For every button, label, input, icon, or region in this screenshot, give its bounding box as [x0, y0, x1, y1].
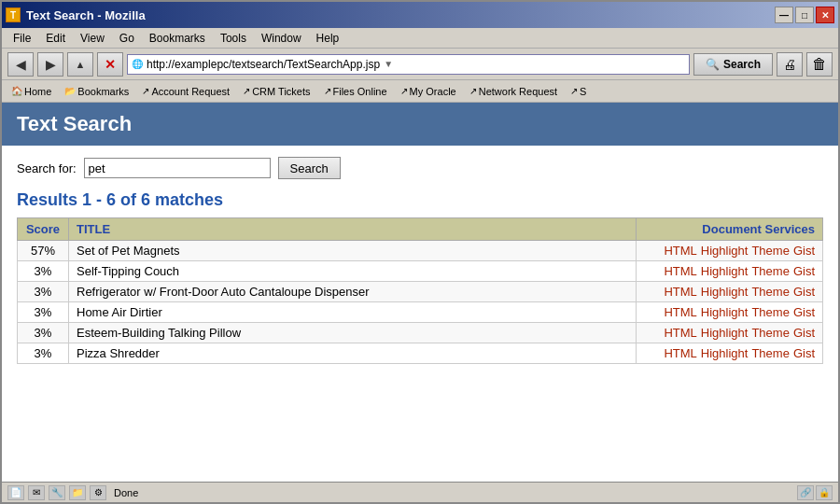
results-table: Score TITLE Document Services 57%Set of … — [17, 217, 823, 364]
minimize-button[interactable]: — — [775, 7, 793, 23]
doc-service-link-html[interactable]: HTML — [664, 244, 696, 258]
doc-service-link-theme[interactable]: Theme — [751, 285, 789, 299]
url-field[interactable]: 🌐 http://examplepc/textsearch/TextSearch… — [127, 54, 690, 75]
doc-service-link-gist[interactable]: Gist — [793, 346, 815, 360]
bm-files-online[interactable]: ↗ Files Online — [318, 84, 393, 99]
table-row: 3%Pizza ShredderHTMLHighlightThemeGist — [18, 343, 823, 364]
score-cell: 3% — [18, 302, 69, 323]
title-cell: Self-Tipping Couch — [69, 261, 637, 282]
doc-service-link-highlight[interactable]: Highlight — [701, 244, 749, 258]
oracle-icon: ↗ — [400, 86, 408, 96]
doc-service-link-gist[interactable]: Gist — [793, 285, 815, 299]
menu-help[interactable]: Help — [309, 30, 347, 47]
menu-window[interactable]: Window — [254, 30, 309, 47]
doc-service-link-gist[interactable]: Gist — [793, 264, 815, 278]
results-section: Results 1 - 6 of 6 matches Score TITLE D… — [2, 190, 838, 482]
browser-search-label: Search — [723, 58, 761, 71]
results-count: Results 1 - 6 of 6 matches — [17, 190, 823, 210]
bm-network-request[interactable]: ↗ Network Request — [464, 84, 563, 99]
app-header: Text Search — [2, 103, 838, 146]
doc-service-link-highlight[interactable]: Highlight — [701, 264, 749, 278]
status-icon-4: 📁 — [69, 485, 86, 500]
up-button[interactable]: ▲ — [67, 52, 93, 77]
back-button[interactable]: ◀ — [7, 52, 34, 77]
status-icon-3: 🔧 — [49, 485, 65, 500]
title-cell: Home Air Dirtier — [69, 302, 637, 323]
bm-home[interactable]: 🏠 Home — [6, 84, 57, 99]
title-cell: Set of Pet Magnets — [69, 241, 637, 261]
menu-file[interactable]: File — [6, 30, 38, 47]
doc-service-link-html[interactable]: HTML — [664, 285, 696, 299]
doc-service-link-theme[interactable]: Theme — [751, 244, 789, 258]
bm-bookmarks[interactable]: 📂 Bookmarks — [59, 84, 134, 99]
bm-my-oracle[interactable]: ↗ My Oracle — [395, 84, 462, 99]
files-icon: ↗ — [324, 86, 331, 96]
search-icon: 🔍 — [706, 58, 720, 71]
bm-more[interactable]: ↗ S — [565, 84, 592, 99]
bookmarks-bar: 🏠 Home 📂 Bookmarks ↗ Account Request ↗ C… — [2, 80, 838, 103]
doc-service-link-theme[interactable]: Theme — [751, 305, 789, 319]
content-area: Text Search Search for: Search Results 1… — [2, 103, 838, 482]
col-header-services: Document Services — [637, 218, 823, 241]
doc-service-link-theme[interactable]: Theme — [751, 326, 789, 340]
title-cell: Pizza Shredder — [69, 343, 637, 364]
services-cell: HTMLHighlightThemeGist — [637, 302, 823, 323]
url-dropdown-icon[interactable]: ▼ — [384, 59, 393, 69]
menu-tools[interactable]: Tools — [213, 30, 254, 47]
doc-service-link-highlight[interactable]: Highlight — [701, 346, 749, 360]
table-row: 3%Home Air DirtierHTMLHighlightThemeGist — [18, 302, 823, 323]
doc-service-link-theme[interactable]: Theme — [751, 346, 789, 360]
score-cell: 3% — [18, 282, 69, 302]
network-icon: ↗ — [469, 86, 477, 96]
window-frame: T Text Search - Mozilla — □ ✕ File Edit … — [0, 0, 840, 504]
services-cell: HTMLHighlightThemeGist — [637, 282, 823, 302]
score-cell: 3% — [18, 261, 69, 282]
menu-bookmarks[interactable]: Bookmarks — [142, 30, 213, 47]
doc-service-link-highlight[interactable]: Highlight — [701, 305, 749, 319]
doc-service-link-html[interactable]: HTML — [664, 305, 696, 319]
bm-crm-tickets[interactable]: ↗ CRM Tickets — [237, 84, 315, 99]
status-icon-5: ⚙ — [90, 485, 106, 500]
services-cell: HTMLHighlightThemeGist — [637, 343, 823, 364]
bookmarks-icon: 📂 — [64, 86, 76, 96]
score-cell: 57% — [18, 241, 69, 261]
doc-service-link-highlight[interactable]: Highlight — [701, 326, 749, 340]
services-cell: HTMLHighlightThemeGist — [637, 261, 823, 282]
search-for-label: Search for: — [17, 161, 77, 175]
menu-bar: File Edit View Go Bookmarks Tools Window… — [2, 28, 838, 49]
title-cell: Refrigerator w/ Front-Door Auto Cantalou… — [69, 282, 637, 302]
stop-button[interactable]: ✕ — [97, 52, 123, 77]
doc-service-link-html[interactable]: HTML — [664, 264, 696, 278]
search-button[interactable]: Search — [278, 157, 341, 179]
doc-service-link-gist[interactable]: Gist — [793, 326, 815, 340]
network-status-icon: 🔗 — [797, 485, 814, 500]
col-header-title: TITLE — [69, 218, 637, 241]
forward-button[interactable]: ▶ — [37, 52, 63, 77]
doc-service-link-html[interactable]: HTML — [664, 346, 696, 360]
doc-service-link-gist[interactable]: Gist — [793, 244, 815, 258]
security-icon: 🔒 — [816, 485, 833, 500]
window-controls: — □ ✕ — [775, 7, 834, 23]
doc-service-link-gist[interactable]: Gist — [793, 305, 815, 319]
close-button[interactable]: ✕ — [816, 7, 834, 23]
more-icon: ↗ — [570, 86, 578, 96]
col-header-score: Score — [18, 218, 69, 241]
search-input[interactable] — [84, 158, 271, 178]
acct-icon: ↗ — [142, 86, 149, 96]
status-icon-1: 📄 — [7, 485, 24, 500]
bm-account-request[interactable]: ↗ Account Request — [136, 84, 235, 99]
doc-service-link-theme[interactable]: Theme — [751, 264, 789, 278]
maximize-button[interactable]: □ — [795, 7, 814, 23]
print-button[interactable]: 🖨 — [777, 52, 803, 77]
doc-service-link-highlight[interactable]: Highlight — [701, 285, 749, 299]
table-row: 3%Esteem-Building Talking PillowHTMLHigh… — [18, 323, 823, 343]
menu-edit[interactable]: Edit — [38, 30, 73, 47]
home-icon: 🏠 — [11, 86, 22, 96]
browser-search-button[interactable]: 🔍 Search — [693, 53, 773, 76]
menu-go[interactable]: Go — [112, 30, 142, 47]
bookmark-button[interactable]: 🗑 — [806, 52, 833, 77]
title-bar: T Text Search - Mozilla — □ ✕ — [2, 2, 838, 28]
doc-service-link-html[interactable]: HTML — [664, 326, 696, 340]
menu-view[interactable]: View — [73, 30, 112, 47]
address-bar: ◀ ▶ ▲ ✕ 🌐 http://examplepc/textsearch/Te… — [2, 49, 838, 80]
